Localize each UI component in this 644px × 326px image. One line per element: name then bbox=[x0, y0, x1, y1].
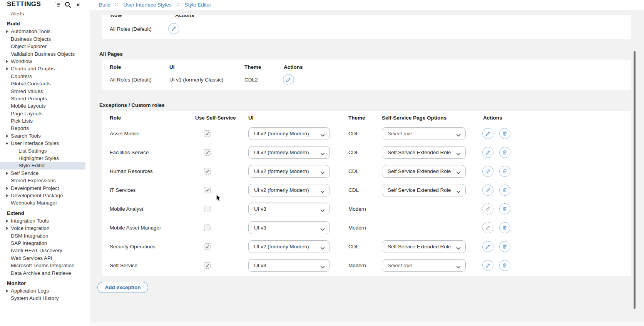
use-self-service-checkbox[interactable] bbox=[204, 206, 211, 212]
ui-version-select[interactable]: UI v3 bbox=[248, 221, 330, 234]
use-self-service-checkbox[interactable] bbox=[204, 130, 211, 137]
delete-button[interactable] bbox=[499, 241, 510, 252]
sidebar-item-dsm-integration[interactable]: DSM Integration bbox=[0, 232, 90, 240]
sidebar-item-voice-integration[interactable]: Voice Integration bbox=[0, 225, 90, 232]
delete-button[interactable] bbox=[499, 185, 510, 196]
chevron-right-icon[interactable] bbox=[6, 30, 8, 33]
edit-button[interactable] bbox=[482, 241, 493, 252]
sidebar-item-search-tools[interactable]: Search Tools bbox=[0, 132, 90, 140]
sidebar-item-page-layouts[interactable]: Page Layouts bbox=[0, 110, 90, 117]
delete-button[interactable] bbox=[499, 203, 510, 215]
chevron-right-icon[interactable] bbox=[6, 194, 8, 197]
search-icon[interactable] bbox=[64, 1, 71, 8]
ui-version-select[interactable]: UI v2 (formerly Modern) bbox=[248, 127, 330, 140]
chevron-right-icon[interactable] bbox=[6, 172, 8, 175]
ui-version-select[interactable]: UI v3 bbox=[248, 203, 330, 215]
chevron-right-icon[interactable] bbox=[6, 135, 8, 138]
sidebar-item-pick-lists[interactable]: Pick Lists bbox=[0, 117, 90, 125]
sidebar-item-charts-and-graphs[interactable]: Charts and Graphs bbox=[0, 65, 90, 72]
chevron-right-icon[interactable] bbox=[6, 60, 8, 63]
sidebar-item-stored-expressions[interactable]: Stored Expressions bbox=[0, 177, 90, 184]
edit-button[interactable] bbox=[482, 147, 493, 158]
sidebar-item-label: Pick Lists bbox=[11, 118, 33, 124]
edit-button[interactable] bbox=[482, 128, 493, 139]
delete-button[interactable] bbox=[499, 260, 510, 271]
sidebar-item-highlighter-styles[interactable]: Highlighter Styles bbox=[0, 155, 90, 162]
page-options-select[interactable]: Select role bbox=[382, 259, 466, 272]
sidebar-item-microsoft-teams-integration[interactable]: Microsoft Teams Integration bbox=[0, 262, 90, 269]
sidebar-item-automation-tools[interactable]: Automation Tools bbox=[0, 28, 90, 35]
sidebar-item-workflow[interactable]: Workflow bbox=[0, 58, 90, 65]
sidebar-item-counters[interactable]: Counters bbox=[0, 73, 90, 80]
role-cell: Asset Mobile bbox=[110, 124, 139, 143]
breadcrumb-build[interactable]: Build bbox=[99, 2, 110, 8]
breadcrumb-style-editor[interactable]: Style Editor bbox=[184, 2, 211, 8]
sidebar-item-global-constants[interactable]: Global Constants bbox=[0, 80, 90, 87]
chevron-right-icon[interactable] bbox=[6, 220, 8, 223]
edit-button[interactable] bbox=[482, 203, 493, 215]
chevron-right-icon[interactable] bbox=[6, 187, 8, 190]
chevron-right-icon[interactable] bbox=[6, 67, 8, 70]
sidebar-item-application-logs[interactable]: Application Logs bbox=[0, 287, 90, 294]
use-self-service-checkbox[interactable] bbox=[204, 187, 211, 193]
ui-version-select[interactable]: UI v2 (formerly Modern) bbox=[248, 184, 330, 196]
use-self-service-checkbox[interactable] bbox=[204, 225, 211, 231]
sidebar-item-business-objects[interactable]: Business Objects bbox=[0, 35, 90, 43]
chevron-down-icon[interactable] bbox=[5, 143, 8, 145]
add-exception-button[interactable]: Add exception bbox=[97, 282, 148, 293]
use-self-service-checkbox[interactable] bbox=[204, 243, 211, 250]
sidebar-item-sap-integration[interactable]: SAP Integration bbox=[0, 240, 90, 247]
sidebar-item-stored-values[interactable]: Stored Values bbox=[0, 88, 90, 95]
sidebar-item-webhooks-manager[interactable]: Webhooks Manager bbox=[0, 199, 90, 206]
exceptions-title: Exceptions / Custom roles bbox=[99, 102, 165, 108]
sidebar-section-build: Build bbox=[0, 20, 90, 28]
edit-button[interactable] bbox=[168, 23, 179, 34]
all-pages-title: All Pages bbox=[99, 51, 123, 57]
edit-button[interactable] bbox=[482, 222, 493, 233]
collapse-sidebar-icon[interactable]: « bbox=[75, 1, 82, 8]
delete-button[interactable] bbox=[499, 222, 510, 233]
chevron-right-icon[interactable] bbox=[6, 227, 8, 230]
edit-button[interactable] bbox=[482, 260, 493, 271]
ui-version-select[interactable]: UI v2 (formerly Modern) bbox=[248, 165, 330, 178]
delete-button[interactable] bbox=[499, 128, 510, 139]
sidebar-item-validation-business-objects[interactable]: Validation Business Objects bbox=[0, 50, 90, 58]
sidebar-item-list-settings[interactable]: List Settings bbox=[0, 147, 90, 155]
ui-version-select[interactable]: UI v2 (formerly Modern) bbox=[248, 240, 330, 253]
sidebar-item-reports[interactable]: Reports bbox=[0, 125, 90, 132]
sidebar-item-web-services-api[interactable]: Web Services API bbox=[0, 254, 90, 262]
sidebar-item-data-archive-and-retrieve[interactable]: Data Archive and Retrieve bbox=[0, 269, 90, 277]
sidebar-item-self-service[interactable]: Self Service bbox=[0, 170, 90, 177]
sidebar-item-stored-prompts[interactable]: Stored Prompts bbox=[0, 95, 90, 102]
use-self-service-checkbox[interactable] bbox=[204, 262, 211, 269]
sidebar-item-object-explorer[interactable]: Object Explorer bbox=[0, 43, 90, 50]
edit-button[interactable] bbox=[482, 166, 493, 177]
page-options-select[interactable]: Self Service Extended Role bbox=[382, 146, 466, 159]
sidebar-item-user-interface-styles[interactable]: User Interface Styles bbox=[0, 140, 90, 147]
use-self-service-checkbox[interactable] bbox=[204, 168, 211, 175]
ui-version-select[interactable]: UI v3 bbox=[248, 259, 330, 272]
sidebar-item-alerts[interactable]: Alerts bbox=[0, 10, 90, 17]
exception-row-human-resources: Human ResourcesUI v2 (formerly Modern)CD… bbox=[102, 162, 631, 181]
page-options-select[interactable]: Self Service Extended Role bbox=[382, 240, 466, 253]
sidebar-item-style-editor[interactable]: Style Editor bbox=[0, 162, 85, 169]
sidebar-item-development-package[interactable]: Development Package bbox=[0, 192, 90, 199]
delete-button[interactable] bbox=[499, 147, 510, 158]
use-self-service-checkbox[interactable] bbox=[204, 149, 211, 156]
breadcrumb-user-interface-styles[interactable]: User Interface Styles bbox=[124, 2, 172, 8]
sidebar-item-development-project[interactable]: Development Project bbox=[0, 185, 90, 192]
edit-button[interactable] bbox=[482, 185, 493, 196]
sidebar-item-ivanti-heat-discovery[interactable]: Ivanti HEAT Discovery bbox=[0, 247, 90, 254]
sidebar-item-system-audit-history[interactable]: System Audit History bbox=[0, 294, 90, 302]
vertical-scrollbar-thumb[interactable] bbox=[634, 51, 636, 309]
sidebar-item-mobile-layouts[interactable]: Mobile Layouts bbox=[0, 102, 90, 110]
page-options-select[interactable]: Self Service Extended Role bbox=[382, 184, 466, 196]
page-options-select[interactable]: Self Service Extended Role bbox=[382, 165, 466, 178]
sidebar-item-integration-tools[interactable]: Integration Tools bbox=[0, 217, 90, 225]
chevron-right-icon[interactable] bbox=[6, 289, 8, 293]
ui-version-select[interactable]: UI v2 (formerly Modern) bbox=[248, 146, 330, 159]
edit-button[interactable] bbox=[283, 74, 294, 85]
delete-button[interactable] bbox=[499, 166, 510, 177]
filter-list-icon[interactable] bbox=[54, 1, 61, 8]
page-options-select[interactable]: Select role bbox=[382, 127, 466, 140]
